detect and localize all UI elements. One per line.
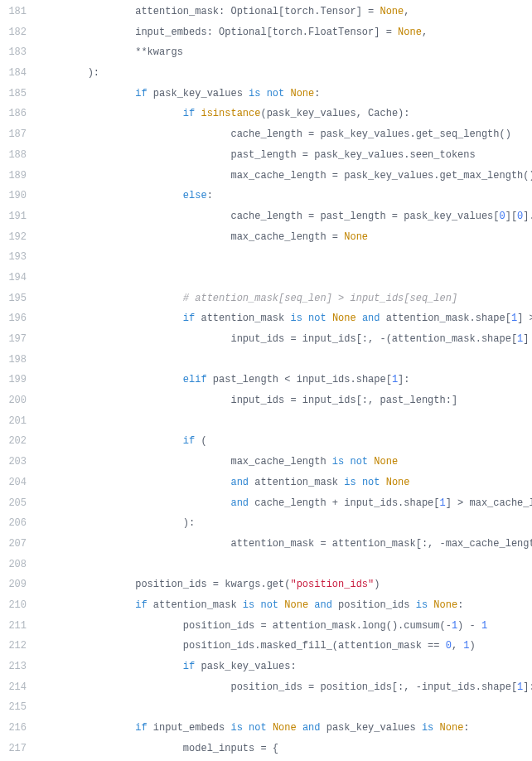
code-line[interactable]: input_ids = input_ids[:, -(attention_mas… [40,329,532,350]
code-line[interactable]: and cache_length + input_ids.shape[1] > … [40,493,532,514]
code-line[interactable]: input_embeds: Optional[torch.FloatTensor… [40,22,532,43]
line-number: 211 [0,616,27,637]
code-token: ]: [398,374,409,385]
line-number: 196 [0,308,27,329]
code-token: attention_mask [153,599,243,611]
code-line[interactable] [40,268,532,288]
line-number: 217 [0,739,27,759]
code-line[interactable]: attention_mask = attention_mask[:, -max_… [40,534,532,555]
code-token: and [362,313,386,324]
code-token: if [135,599,153,611]
line-number: 187 [0,124,27,145]
code-line[interactable]: cache_length = pask_key_values.get_seq_l… [40,124,532,145]
code-line[interactable]: if attention_mask is not None and attent… [40,308,532,329]
code-line[interactable]: if attention_mask is not None and positi… [40,595,532,616]
line-number: 210 [0,595,27,616]
code-token: 0 [446,640,452,652]
code-line[interactable]: position_ids.masked_fill_(attention_mask… [40,636,532,657]
code-line[interactable] [40,697,532,718]
code-token: position_ids.masked_fill_(attention_mask… [183,640,446,652]
code-line[interactable]: ): [40,513,532,534]
line-number: 194 [0,268,27,288]
code-token: 1 [440,497,446,509]
line-number: 201 [0,411,27,432]
code-token: is not [332,456,374,468]
code-line[interactable]: position_ids = attention_mask.long().cum… [40,616,532,637]
code-line[interactable]: ): [40,63,532,84]
code-line[interactable]: # attention_mask[seq_len] > input_ids[se… [40,288,532,309]
code-token: is not [243,599,284,611]
code-line[interactable]: position_ids = kwargs.get("position_ids"… [40,574,532,595]
code-line[interactable]: input_ids = input_ids[:, past_length:] [40,390,532,411]
line-number: 195 [0,288,27,309]
line-number: 197 [0,329,27,350]
code-token: cache_length = past_length = pask_key_va… [230,211,499,222]
code-editor[interactable]: 1811821831841851861871881891901911921931… [0,0,532,761]
code-token: ): [88,67,99,79]
code-token: : [463,722,469,734]
line-number: 208 [0,555,27,575]
code-line[interactable]: if pask_key_values is not None: [40,84,532,104]
code-line[interactable]: position_ids = position_ids[:, -input_id… [40,677,532,698]
code-line[interactable]: **kwargs [40,42,532,63]
code-token: model_inputs = { [183,743,278,754]
code-token: and [230,497,254,509]
code-token: None [290,88,314,99]
code-token: **kwargs [135,46,183,58]
code-token: None [380,6,404,17]
line-number: 206 [0,513,27,534]
code-line[interactable]: past_length = pask_key_values.seen_token… [40,145,532,166]
code-line[interactable]: max_cache_length = pask_key_values.get_m… [40,166,532,187]
code-token: and [314,599,338,611]
line-number: 216 [0,718,27,739]
code-token: ) [374,579,380,590]
code-token: : [207,190,213,201]
code-token: ] - past_l [523,333,532,345]
code-token: "position_ids" [290,579,374,590]
code-line[interactable]: model_inputs = { [40,739,532,759]
code-line[interactable]: attention_mask: Optional[torch.Tensor] =… [40,2,532,22]
code-line[interactable] [40,350,532,371]
code-line[interactable]: elif past_length < input_ids.shape[1]: [40,370,532,390]
code-token: ): [183,517,195,529]
code-line[interactable] [40,411,532,432]
line-number: 212 [0,636,27,657]
code-line[interactable]: cache_length = past_length = pask_key_va… [40,206,532,227]
code-line[interactable]: max_cache_length = None [40,227,532,248]
code-token: is not [249,88,290,99]
code-line[interactable]: if isinstance(pask_key_values, Cache): [40,104,532,124]
code-token: position_ids = kwargs.get( [135,579,290,590]
code-token: is [416,599,434,611]
code-line[interactable]: if ( [40,431,532,452]
code-token: if [183,661,201,672]
code-token: if [183,435,201,447]
code-token: ]:] [523,681,532,693]
code-token: cache_length + input_ids.shape[ [254,497,439,509]
code-token: and [302,722,326,734]
code-area[interactable]: attention_mask: Optional[torch.Tensor] =… [36,0,532,761]
code-token: else [183,190,207,201]
code-line[interactable] [40,555,532,575]
code-line[interactable]: max_cache_length is not None [40,452,532,473]
code-line[interactable]: and attention_mask is not None [40,473,532,493]
code-line[interactable]: else: [40,186,532,206]
code-token: max_cache_length [230,456,331,468]
code-token: , [452,640,463,652]
line-number: 181 [0,2,27,22]
code-token: None [386,477,410,488]
code-token: and [230,477,254,488]
code-line[interactable] [40,247,532,268]
code-token: ( [201,435,206,447]
code-token: max_cache_length = [230,231,344,243]
code-token: 1 [463,640,469,652]
code-token: None [433,599,457,611]
code-token: if [183,313,201,324]
code-token: None [273,722,297,734]
code-token: attention_mask [201,313,290,324]
code-token: input_embeds [153,722,231,734]
code-line[interactable]: if input_embeds is not None and pask_key… [40,718,532,739]
code-token: attention_mask: Optional[torch.Tensor] = [135,6,380,17]
line-number: 190 [0,186,27,206]
line-number: 183 [0,42,27,63]
code-line[interactable]: if pask_key_values: [40,657,532,677]
